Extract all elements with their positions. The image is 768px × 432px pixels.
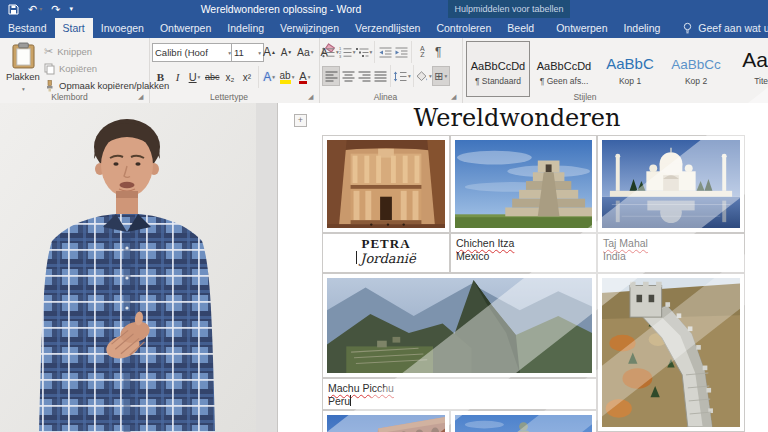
style-preview: AaBbCcDd [533, 46, 595, 72]
highlight-button[interactable]: ab▾ [278, 68, 297, 86]
highlight-dropdown-icon[interactable]: ▾ [292, 74, 295, 80]
undo-button[interactable]: ↶▾ [28, 0, 42, 18]
search-placeholder: Geef aan wat u wilt doen.. [698, 22, 768, 34]
great-wall-illustration [602, 278, 740, 427]
colosseum-image[interactable] [322, 410, 450, 432]
styles-group-label: Stijlen [462, 92, 708, 102]
shrink-font-button[interactable]: A▼ [278, 43, 295, 61]
bold-button[interactable]: B [152, 68, 169, 86]
style-standaard[interactable]: AaBbCcDd ¶ Standaard [466, 41, 530, 97]
tab-verzendlijsten[interactable]: Verzendlijsten [347, 18, 428, 38]
style-label: Titel [731, 76, 768, 86]
italic-button[interactable]: I [169, 68, 186, 86]
chichen-caption-cell[interactable]: Chichen Itza Mexico [450, 233, 597, 273]
document-title[interactable]: Wereldwonderen [278, 104, 756, 132]
christ-redeemer-image[interactable] [450, 410, 597, 432]
text-effects-button[interactable]: A▾ [261, 68, 278, 86]
align-center-icon [342, 71, 355, 82]
great-wall-image[interactable] [597, 273, 745, 432]
grow-font-button[interactable]: A▲ [261, 43, 278, 61]
machu-picchu-image[interactable] [322, 273, 597, 378]
shading-button[interactable]: ▾ [416, 67, 432, 85]
tab-table-ontwerpen[interactable]: Ontwerpen [548, 18, 615, 38]
titlebar: ↶▾ ↷ ▾ Wereldwonderen oplossing - Word H… [0, 0, 768, 18]
outdent-icon [379, 47, 392, 58]
borders-dropdown-icon[interactable]: ▾ [444, 73, 447, 79]
decrease-indent-button[interactable] [377, 43, 393, 61]
text-effects-dropdown-icon[interactable]: ▾ [272, 74, 275, 80]
chichen-itza-image[interactable] [450, 135, 597, 233]
change-case-button[interactable]: Aa▾ [295, 43, 316, 61]
chichen-itza-illustration [455, 140, 592, 228]
tab-table-indeling[interactable]: Indeling [616, 18, 669, 38]
numbering-button[interactable]: 123▾ [339, 43, 356, 61]
divider [390, 65, 391, 87]
paste-button[interactable]: Plakken ▾ [5, 42, 41, 99]
tab-invoegen[interactable]: Invoegen [93, 18, 152, 38]
tab-indeling[interactable]: Indeling [219, 18, 272, 38]
taj-caption-cell[interactable]: Taj Mahal India [597, 233, 745, 273]
cut-label: Knippen [57, 46, 92, 57]
copy-button[interactable]: Kopiëren [44, 60, 97, 77]
paragraph-group-label: Alinea [319, 92, 452, 102]
tab-start[interactable]: Start [55, 18, 93, 38]
tab-bestand[interactable]: Bestand [0, 18, 55, 38]
document-page[interactable]: Wereldwonderen + [278, 103, 768, 432]
document-canvas: Wereldwonderen + [0, 103, 768, 432]
multilevel-list-button[interactable]: ▾ [356, 43, 373, 61]
tell-me-search[interactable]: Geef aan wat u wilt doen.. [682, 18, 768, 38]
tab-beeld[interactable]: Beeld [499, 18, 542, 38]
divider [374, 41, 375, 63]
style-kop2[interactable]: AaBbCc Kop 2 [664, 41, 728, 97]
customize-qat-icon[interactable]: ▾ [69, 0, 73, 18]
scissors-icon: ✂ [44, 45, 53, 58]
sort-z-label: Z [420, 52, 424, 58]
petra-image[interactable] [322, 135, 450, 233]
multilevel-dropdown-icon[interactable]: ▾ [370, 49, 373, 55]
redo-button[interactable]: ↷ [51, 0, 60, 18]
machu-caption-cell[interactable]: Machu Picchu Peru [322, 378, 597, 410]
underline-button[interactable]: U▾ [186, 68, 203, 86]
paragraph-dialog-launcher-icon[interactable]: ◢ [451, 92, 460, 101]
style-kop1[interactable]: AaBbC Kop 1 [598, 41, 662, 97]
save-icon[interactable] [8, 4, 19, 15]
strikethrough-button[interactable]: abc [203, 68, 222, 86]
tab-ontwerpen[interactable]: Ontwerpen [152, 18, 219, 38]
style-titel[interactable]: AaB Titel [730, 41, 768, 97]
font-color-dropdown-icon[interactable]: ▾ [308, 74, 311, 80]
line-spacing-icon [393, 71, 407, 82]
tab-verwijzingen[interactable]: Verwijzingen [272, 18, 347, 38]
word-window: ↶▾ ↷ ▾ Wereldwonderen oplossing - Word H… [0, 0, 768, 432]
style-geen-afstand[interactable]: AaBbCcDd ¶ Geen afs... [532, 41, 596, 97]
line-spacing-dropdown-icon[interactable]: ▾ [408, 73, 411, 79]
sort-button[interactable]: AZ [414, 43, 430, 61]
petra-caption-cell[interactable]: PETRA Jordanië [322, 233, 450, 273]
grow-font-label: A [263, 45, 271, 59]
undo-dropdown-icon[interactable]: ▾ [39, 0, 42, 18]
font-dialog-launcher-icon[interactable]: ◢ [308, 92, 317, 101]
font-color-button[interactable]: A▾ [296, 68, 313, 86]
taj-mahal-image[interactable] [597, 135, 745, 233]
table-move-handle[interactable]: + [294, 114, 307, 127]
chichen-name: Chichen Itza [456, 237, 514, 249]
align-center-button[interactable] [340, 67, 356, 85]
align-right-button[interactable] [356, 67, 372, 85]
line-spacing-button[interactable]: ▾ [393, 67, 411, 85]
borders-button[interactable]: ⊞▾ [432, 66, 450, 86]
tab-controleren[interactable]: Controleren [428, 18, 499, 38]
bullets-button[interactable]: ▾ [322, 43, 339, 61]
font-size-combobox[interactable]: 11 ▾ [231, 43, 264, 62]
superscript-button[interactable]: x² [239, 68, 256, 86]
cut-button[interactable]: ✂ Knippen [44, 43, 92, 60]
align-left-button[interactable] [322, 66, 340, 86]
window-title: Wereldwonderen oplossing - Word [196, 0, 366, 18]
justify-button[interactable] [372, 67, 388, 85]
font-group-label: Lettertype [149, 92, 309, 102]
presenter-person [0, 103, 256, 432]
underline-dropdown-icon[interactable]: ▾ [198, 74, 201, 80]
subscript-button[interactable]: x₂ [222, 68, 239, 86]
clipboard-dialog-launcher-icon[interactable]: ◢ [138, 92, 147, 101]
increase-indent-button[interactable] [393, 43, 409, 61]
font-family-combobox[interactable]: Calibri (Hoof ▾ [152, 43, 234, 62]
show-marks-button[interactable]: ¶ [430, 43, 446, 61]
